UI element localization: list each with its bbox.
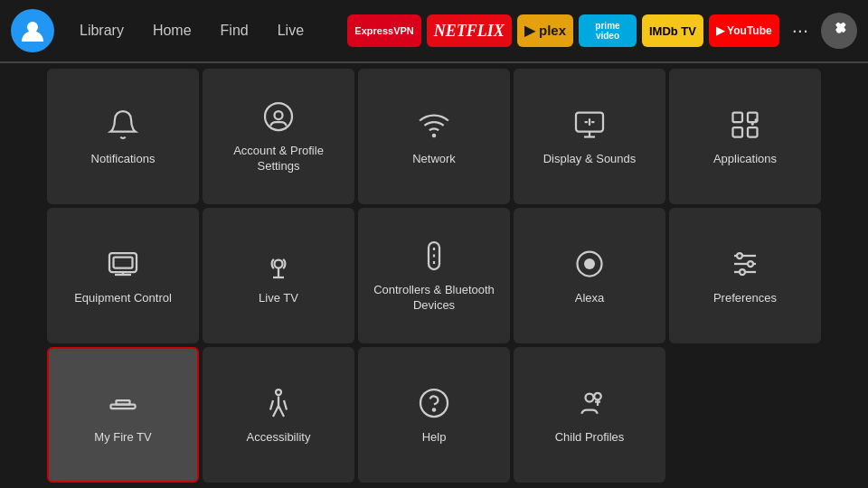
help-icon (416, 385, 452, 421)
svg-point-16 (275, 259, 283, 267)
equipment-label: Equipment Control (74, 291, 172, 306)
nav-home[interactable]: Home (140, 17, 204, 44)
remote-icon (416, 238, 452, 274)
wifi-icon (416, 107, 452, 143)
app-expressvpn[interactable]: ExpressVPN (347, 14, 420, 47)
app-plex[interactable]: ▶ plex (517, 14, 573, 47)
network-label: Network (412, 152, 456, 167)
svg-point-36 (586, 393, 594, 401)
settings-help[interactable]: Help (358, 347, 510, 483)
preferences-label: Preferences (713, 291, 777, 306)
alexa-label: Alexa (575, 291, 605, 306)
alexa-icon (571, 246, 608, 282)
account-label: Account & Profile Settings (212, 144, 345, 174)
app-imdb[interactable]: IMDb TV (642, 14, 703, 47)
nav-find[interactable]: Find (208, 17, 261, 44)
settings-accessibility[interactable]: Accessibility (203, 347, 354, 483)
firetv-icon (105, 385, 141, 421)
svg-point-24 (584, 258, 595, 269)
settings-equipment[interactable]: Equipment Control (47, 208, 199, 343)
svg-rect-6 (733, 112, 743, 122)
top-nav: Library Home Find Live ExpressVPN NETFLI… (0, 0, 868, 61)
settings-alexa[interactable]: Alexa (514, 208, 665, 343)
svg-rect-9 (733, 127, 743, 137)
applications-label: Applications (713, 152, 777, 167)
svg-rect-8 (748, 127, 758, 137)
svg-point-1 (265, 103, 292, 130)
accessibility-label: Accessibility (247, 430, 311, 446)
settings-childprofiles[interactable]: Child Profiles (514, 347, 665, 483)
app-youtube[interactable]: ▶ YouTube (709, 14, 779, 47)
person-circle-icon (260, 99, 297, 135)
nav-links: Library Home Find Live (67, 17, 316, 44)
svg-point-34 (420, 389, 448, 417)
help-label: Help (422, 430, 447, 446)
settings-account[interactable]: Account & Profile Settings (203, 69, 354, 204)
controllers-label: Controllers & Bluetooth Devices (367, 283, 501, 314)
child-icon (571, 385, 608, 421)
settings-display[interactable]: Display & Sounds (514, 69, 665, 204)
monitor-icon (105, 246, 141, 282)
settings-grid: Notifications Account & Profile Settings… (0, 63, 868, 488)
livetv-label: Live TV (259, 291, 298, 306)
svg-rect-15 (114, 257, 133, 267)
app-icons: ExpressVPN NETFLIX ▶ plex primevideo IMD… (347, 13, 857, 49)
app-netflix[interactable]: NETFLIX (427, 14, 512, 47)
accessibility-icon (260, 385, 297, 421)
nav-live[interactable]: Live (265, 17, 316, 44)
bell-icon (105, 107, 141, 143)
app-prime[interactable]: primevideo (579, 14, 637, 47)
svg-point-37 (594, 392, 601, 399)
svg-point-29 (748, 261, 753, 267)
nav-library[interactable]: Library (67, 17, 137, 44)
settings-preferences[interactable]: Preferences (669, 208, 821, 343)
display-label: Display & Sounds (543, 152, 637, 167)
nav-more-button[interactable]: ··· (785, 15, 816, 46)
settings-gear-button[interactable] (821, 13, 857, 49)
settings-applications[interactable]: Applications (669, 69, 821, 204)
apps-icon (727, 107, 763, 143)
childprofiles-label: Child Profiles (555, 430, 625, 446)
svg-point-33 (276, 389, 281, 395)
svg-point-28 (737, 253, 742, 258)
settings-livetv[interactable]: Live TV (203, 208, 354, 343)
settings-myfiretv[interactable]: My Fire TV (47, 347, 199, 483)
svg-rect-32 (117, 400, 130, 405)
settings-controllers[interactable]: Controllers & Bluetooth Devices (358, 208, 510, 343)
settings-network[interactable]: Network (358, 69, 510, 204)
settings-notifications[interactable]: Notifications (47, 69, 199, 204)
notifications-label: Notifications (91, 152, 156, 167)
display-icon (571, 107, 608, 143)
svg-point-30 (740, 269, 745, 275)
myfiretv-label: My Fire TV (94, 430, 151, 446)
avatar[interactable] (11, 9, 54, 52)
sliders-icon (727, 246, 763, 282)
antenna-icon (260, 246, 297, 282)
